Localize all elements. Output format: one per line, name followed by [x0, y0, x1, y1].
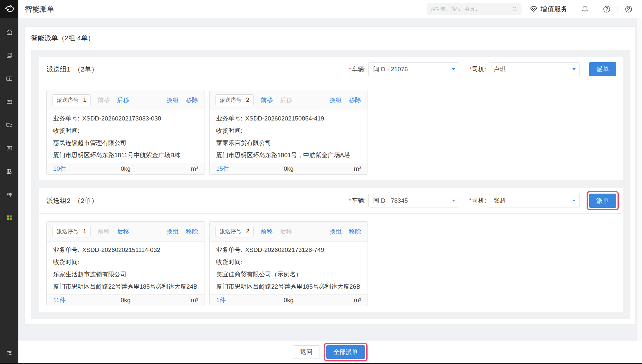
volume-value: m³ — [310, 297, 361, 304]
required-mark: * — [349, 197, 351, 204]
address: 厦门市思明区环岛东路1801号，中航紫金广场A塔 — [216, 149, 361, 161]
dispatch-all-button[interactable]: 全部派单 — [326, 345, 365, 359]
sequence-input[interactable]: 派送序号 2 — [216, 226, 254, 237]
account-button[interactable] — [624, 5, 633, 14]
address: 厦门市思明区吕岭路22号莲秀里185号必利达大厦24B — [53, 281, 198, 293]
sequence-label: 派送序号 — [57, 96, 79, 104]
dispatch-group-1: 派送组1 （2单） * 车辆: 闽 D · 21076 * 司机: 卢琪 — [39, 57, 623, 180]
order-no-label: 业务单号: — [216, 246, 242, 253]
dispatch-button[interactable]: 派单 — [589, 62, 616, 76]
driver-select[interactable]: 卢琪 — [489, 62, 580, 76]
sidebar-item-home[interactable] — [0, 21, 18, 44]
sidebar — [0, 0, 18, 364]
pieces-link[interactable]: 15件 — [216, 165, 268, 173]
volume-value: m³ — [147, 165, 198, 172]
window-bottom-edge — [0, 363, 642, 364]
change-group-link[interactable]: 换组 — [330, 96, 342, 104]
brand-logo[interactable] — [0, 0, 18, 18]
sequence-input[interactable]: 派送序号 1 — [53, 94, 91, 106]
driver-value: 卢琪 — [493, 65, 572, 73]
required-mark: * — [349, 66, 351, 73]
vehicle-select[interactable]: 闽 D · 21076 — [368, 62, 459, 76]
annotation-highlight: 全部派单 — [324, 343, 368, 361]
value-added-services[interactable]: 增值服务 — [529, 5, 568, 14]
sidebar-item-safe[interactable] — [0, 137, 18, 160]
sequence-input[interactable]: 派送序号 2 — [216, 94, 254, 106]
sidebar-item-products[interactable] — [0, 90, 18, 113]
company-name: 美宜佳商贸有限公司（示例名） — [216, 268, 361, 281]
sidebar-item-settings[interactable] — [0, 183, 18, 206]
vehicle-value: 闽 D · 21076 — [373, 65, 452, 73]
weight-value: 0kg — [105, 165, 147, 172]
remove-link[interactable]: 移除 — [349, 227, 361, 236]
sidebar-item-reports[interactable] — [0, 160, 18, 183]
sequence-label: 派送序号 — [220, 96, 242, 104]
global-search-input[interactable]: 搜功能、商品、会员... — [427, 3, 522, 15]
sidebar-item-apps[interactable] — [0, 206, 18, 229]
move-backward-link[interactable]: 后移 — [117, 96, 129, 104]
value-added-services-label: 增值服务 — [541, 5, 568, 14]
sequence-input[interactable]: 派送序号 1 — [53, 226, 91, 237]
main-content: 智能派单（2组 4单） 派送组1 （2单） * 车辆: 闽 D · 21076 … — [18, 18, 642, 363]
vehicle-value: 闽 D · 78345 — [373, 196, 452, 205]
volume-value: m³ — [310, 165, 361, 172]
sidebar-item-finance[interactable] — [0, 67, 18, 90]
annotation-highlight: 派单 — [587, 191, 619, 210]
order-no-label: 业务单号: — [216, 115, 242, 122]
remove-link[interactable]: 移除 — [349, 96, 361, 104]
change-group-link[interactable]: 换组 — [167, 227, 179, 236]
chevron-down-icon — [572, 68, 576, 70]
divider — [596, 6, 596, 12]
pieces-link[interactable]: 1件 — [216, 296, 268, 304]
order-no-value: XSDD-20260202173033-038 — [82, 115, 161, 122]
pieces-link[interactable]: 11件 — [53, 296, 105, 304]
pieces-link[interactable]: 10件 — [53, 165, 105, 173]
help-button[interactable] — [602, 5, 611, 14]
remove-link[interactable]: 移除 — [186, 96, 198, 104]
reports-icon — [6, 168, 13, 175]
company-name: 惠民连锁超市管理有限公司 — [53, 137, 198, 149]
driver-select[interactable]: 张超 — [489, 194, 580, 207]
order-no-value: XSDD-20260202151114-032 — [82, 246, 160, 253]
gem-icon — [529, 5, 538, 14]
sidebar-item-menu-search[interactable] — [0, 349, 18, 356]
move-backward-link[interactable]: 后移 — [117, 227, 129, 236]
vehicle-select[interactable]: 闽 D · 78345 — [368, 194, 459, 207]
company-name: 家家乐百货有限公司 — [216, 137, 361, 149]
receive-time-label: 收货时间: — [216, 127, 242, 134]
change-group-link[interactable]: 换组 — [167, 96, 179, 104]
search-icon — [512, 6, 518, 12]
receive-time-label: 收货时间: — [53, 259, 79, 265]
remove-link[interactable]: 移除 — [186, 227, 198, 236]
move-forward-link[interactable]: 前移 — [261, 96, 273, 104]
move-forward-link: 前移 — [98, 96, 110, 104]
apps-grid-icon — [6, 214, 13, 221]
order-no-value: XSDD-20260202173128-749 — [245, 246, 324, 253]
address: 厦门市思明区环岛东路1811号中航紫金广场B栋 — [53, 149, 198, 161]
address: 厦门市思明区吕岭路22号莲秀里185号必利达大厦26B — [216, 281, 361, 293]
volume-value: m³ — [147, 297, 198, 304]
finance-icon — [6, 75, 13, 82]
receive-time-label: 收货时间: — [216, 259, 242, 265]
search-placeholder: 搜功能、商品、会员... — [431, 6, 512, 12]
order-card: 派送序号 2 前移 后移 换组 移除 业务单号:XSDD-2026020217 — [209, 221, 368, 306]
order-no-label: 业务单号: — [53, 246, 79, 253]
order-no-value: XSDD-20260202150854-419 — [245, 115, 324, 122]
bell-icon — [581, 5, 589, 13]
sidebar-item-delivery[interactable] — [0, 113, 18, 137]
dispatch-button[interactable]: 派单 — [589, 194, 616, 208]
back-button[interactable]: 返回 — [293, 345, 320, 359]
scrollbar-track[interactable] — [636, 18, 642, 363]
top-header: 智能派单 搜功能、商品、会员... 增值服务 — [18, 0, 642, 18]
sequence-value: 2 — [246, 228, 249, 235]
sidebar-item-orders[interactable] — [0, 44, 18, 67]
menu-search-icon — [6, 349, 13, 356]
group-title: 派送组2 （2单） — [46, 196, 98, 205]
order-card: 派送序号 1 前移 后移 换组 移除 业务单号:XSDD-2026020215 — [46, 221, 205, 306]
receive-time-label: 收货时间: — [53, 127, 79, 134]
change-group-link[interactable]: 换组 — [330, 227, 342, 236]
move-forward-link[interactable]: 前移 — [261, 227, 273, 236]
notifications-button[interactable] — [581, 5, 589, 13]
divider — [618, 6, 618, 12]
help-icon — [602, 5, 611, 14]
